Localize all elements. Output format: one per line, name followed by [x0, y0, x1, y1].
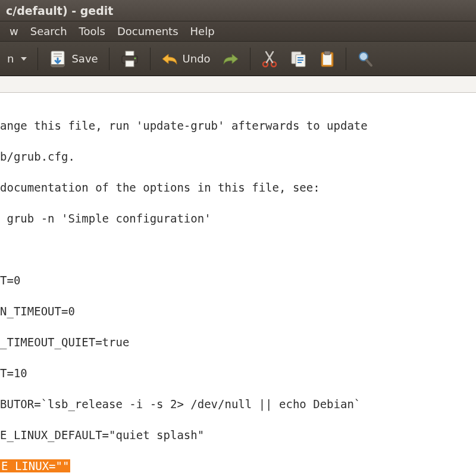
editor-line: E_LINUX_DEFAULT="quiet splash" [0, 428, 204, 441]
search-icon [357, 50, 374, 68]
clipboard-icon [320, 50, 335, 68]
svg-rect-16 [323, 54, 331, 65]
copy-button[interactable] [287, 46, 310, 71]
svg-rect-4 [126, 51, 134, 56]
print-icon [120, 50, 139, 68]
chevron-down-icon [21, 57, 27, 61]
editor-line: N_TIMEOUT=0 [0, 305, 75, 318]
editor-line-highlighted: E_LINUX="" [0, 459, 70, 472]
menu-item-help[interactable]: Help [184, 23, 221, 40]
open-label: n [7, 52, 14, 65]
svg-rect-14 [298, 62, 302, 63]
svg-rect-3 [51, 64, 64, 67]
undo-label: Undo [183, 52, 211, 65]
cut-button[interactable] [259, 46, 280, 71]
redo-button[interactable] [220, 49, 242, 69]
find-button[interactable] [355, 46, 376, 71]
copy-icon [290, 50, 308, 68]
svg-rect-2 [54, 56, 62, 57]
svg-rect-1 [54, 53, 62, 55]
editor-line: T=0 [0, 274, 20, 287]
menu-item-documents[interactable]: Documents [111, 23, 184, 40]
save-button[interactable]: Save [46, 46, 100, 71]
editor-line: BUTOR=`lsb_release -i -s 2> /dev/null ||… [0, 397, 361, 411]
save-icon [49, 50, 67, 68]
menu-item-view[interactable]: w [4, 23, 24, 40]
window-title: c/default) - gedit [6, 4, 113, 17]
svg-rect-6 [126, 61, 134, 67]
svg-point-7 [134, 57, 136, 59]
menubar: w Search Tools Documents Help [0, 21, 476, 42]
toolbar-separator [109, 48, 109, 70]
editor-line: ange this file, run 'update-grub' afterw… [0, 119, 368, 132]
editor-content[interactable]: ange this file, run 'update-grub' afterw… [0, 93, 476, 476]
print-button[interactable] [118, 46, 142, 71]
svg-rect-17 [324, 51, 330, 55]
editor-line: T=10 [0, 367, 27, 380]
menu-item-tools[interactable]: Tools [73, 23, 111, 40]
editor-line: grub -n 'Simple configuration' [0, 212, 211, 225]
toolbar-separator [37, 48, 38, 70]
toolbar-separator [250, 48, 250, 70]
toolbar-separator [150, 48, 151, 70]
editor-line: documentation of the options in this fil… [0, 181, 320, 194]
editor-line: b/grub.cfg. [0, 150, 75, 163]
window-titlebar: c/default) - gedit [0, 0, 476, 21]
document-tabstrip[interactable] [0, 76, 476, 93]
redo-arrow-icon [223, 52, 239, 65]
editor-line: _TIMEOUT_QUIET=true [0, 336, 129, 349]
undo-button[interactable]: Undo [159, 49, 213, 69]
save-label: Save [71, 52, 98, 65]
undo-arrow-icon [161, 52, 178, 65]
selection-highlight: E_LINUX="" [0, 459, 70, 472]
toolbar: n Save Undo [0, 42, 476, 76]
toolbar-separator [346, 48, 346, 70]
open-button[interactable]: n [5, 49, 29, 68]
scissors-icon [261, 50, 278, 68]
menu-item-search[interactable]: Search [24, 23, 73, 40]
svg-rect-13 [298, 60, 303, 61]
paste-button[interactable] [317, 46, 337, 71]
svg-rect-12 [298, 57, 303, 58]
